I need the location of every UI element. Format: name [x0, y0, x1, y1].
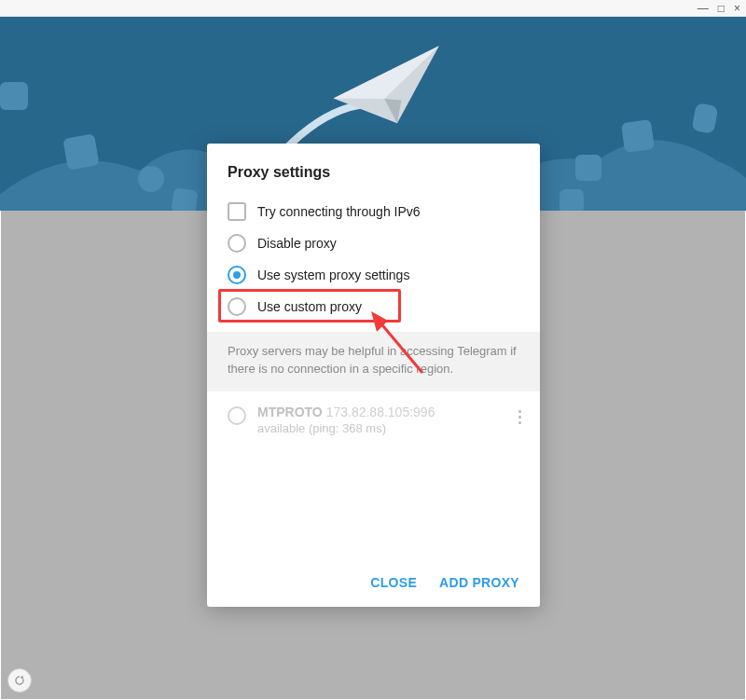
- svg-rect-2: [138, 166, 164, 192]
- svg-rect-5: [621, 119, 655, 153]
- option-ipv6[interactable]: Try connecting through IPv6: [228, 196, 519, 227]
- svg-rect-3: [171, 187, 198, 211]
- window-titlebar: — □ ×: [0, 0, 746, 17]
- radio-icon: [228, 234, 246, 253]
- proxy-address: 173.82.88.105:996: [326, 405, 435, 419]
- close-window-button[interactable]: ×: [734, 3, 740, 14]
- reload-icon: [13, 674, 26, 687]
- proxy-item-menu-button[interactable]: [508, 410, 531, 424]
- option-label: Try connecting through IPv6: [257, 204, 421, 219]
- option-label: Use system proxy settings: [257, 268, 409, 282]
- checkbox-icon: [228, 202, 246, 221]
- radio-icon: [228, 266, 246, 284]
- svg-rect-0: [62, 133, 99, 170]
- close-button[interactable]: CLOSE: [370, 575, 417, 590]
- svg-rect-1: [0, 82, 28, 110]
- proxy-item-text: MTPROTO 173.82.88.105:996 available (pin…: [257, 405, 497, 435]
- proxy-item[interactable]: MTPROTO 173.82.88.105:996 available (pin…: [228, 405, 531, 435]
- proxy-settings-dialog: Proxy settings Try connecting through IP…: [207, 144, 540, 607]
- option-custom-proxy[interactable]: Use custom proxy: [228, 291, 519, 323]
- radio-icon: [228, 297, 246, 316]
- option-label: Disable proxy: [257, 236, 337, 251]
- radio-icon: [228, 406, 246, 425]
- minimize-button[interactable]: —: [698, 3, 709, 14]
- svg-rect-7: [560, 189, 584, 211]
- proxy-status: available (ping: 368 ms): [257, 421, 497, 435]
- dialog-title: Proxy settings: [207, 144, 540, 196]
- svg-rect-4: [575, 155, 601, 181]
- proxy-list: MTPROTO 173.82.88.105:996 available (pin…: [207, 391, 540, 441]
- option-label: Use custom proxy: [257, 299, 362, 314]
- reload-button[interactable]: [7, 668, 32, 693]
- dialog-actions: CLOSE ADD PROXY: [207, 562, 540, 607]
- dialog-spacer: [207, 441, 540, 562]
- option-disable-proxy[interactable]: Disable proxy: [228, 227, 519, 259]
- svg-rect-6: [692, 103, 719, 134]
- proxy-protocol: MTPROTO: [257, 405, 323, 419]
- proxy-options-group: Try connecting through IPv6 Disable prox…: [207, 196, 540, 332]
- info-text: Proxy servers may be helpful in accessin…: [207, 332, 540, 391]
- maximize-button[interactable]: □: [718, 3, 725, 14]
- option-system-proxy[interactable]: Use system proxy settings: [228, 259, 519, 291]
- add-proxy-button[interactable]: ADD PROXY: [439, 575, 519, 590]
